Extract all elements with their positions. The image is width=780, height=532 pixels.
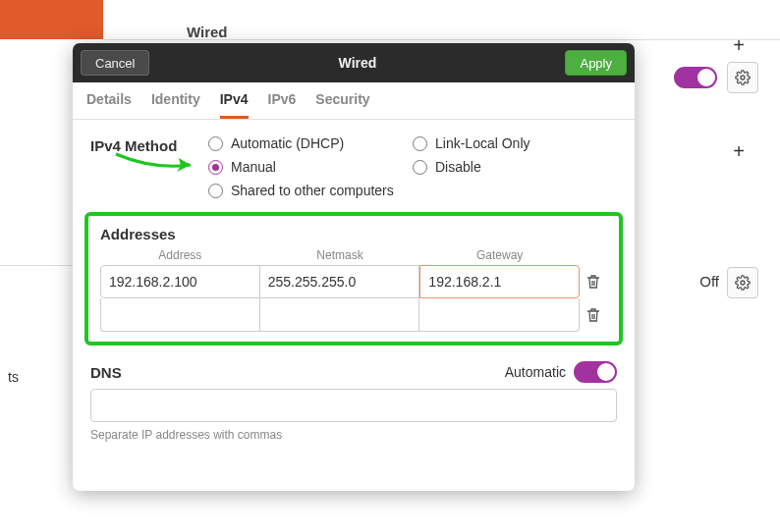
tab-security[interactable]: Security <box>315 82 369 119</box>
ipv4-method-label: IPv4 Method <box>90 135 198 198</box>
radio-automatic-dhcp[interactable]: Automatic (DHCP) <box>208 135 413 151</box>
bg-divider <box>103 39 780 40</box>
radio-link-local[interactable]: Link-Local Only <box>413 135 617 151</box>
bg-add-button-1[interactable]: + <box>733 34 745 57</box>
connection-settings-dialog: Cancel Wired Apply Details Identity IPv4… <box>73 43 635 491</box>
tab-identity[interactable]: Identity <box>151 82 200 119</box>
bg-cutoff-text: ts <box>8 369 19 385</box>
radio-icon <box>413 136 427 151</box>
apply-button[interactable]: Apply <box>565 50 627 76</box>
dns-input[interactable] <box>90 389 617 422</box>
dns-automatic-toggle[interactable] <box>574 361 617 383</box>
radio-manual[interactable]: Manual <box>208 159 413 175</box>
radio-icon <box>208 160 223 175</box>
radio-label: Shared to other computers <box>231 183 394 198</box>
svg-point-1 <box>741 281 745 285</box>
dialog-title: Wired <box>157 55 557 71</box>
bg-settings-button[interactable] <box>727 62 758 93</box>
bg-wired-toggle[interactable] <box>674 67 717 88</box>
gear-icon <box>735 275 751 291</box>
bg-settings-button-2[interactable] <box>727 267 758 298</box>
cancel-button[interactable]: Cancel <box>81 50 149 76</box>
tabs: Details Identity IPv4 IPv6 Security <box>73 82 635 120</box>
gateway-input[interactable] <box>419 265 580 298</box>
col-address: Address <box>100 248 260 265</box>
address-input[interactable] <box>100 298 260 332</box>
trash-icon <box>586 274 600 290</box>
addresses-section: Addresses Address Netmask Gateway <box>84 212 623 346</box>
launcher-strip <box>0 0 103 39</box>
radio-shared[interactable]: Shared to other computers <box>208 183 617 198</box>
radio-label: Link-Local Only <box>435 135 530 151</box>
trash-icon <box>586 307 600 323</box>
dns-automatic-label: Automatic <box>505 364 566 380</box>
address-input[interactable] <box>100 265 260 298</box>
addresses-heading: Addresses <box>100 226 607 242</box>
tab-ipv6[interactable]: IPv6 <box>268 82 297 119</box>
radio-icon <box>208 184 223 198</box>
address-row <box>100 298 607 332</box>
radio-icon <box>208 136 223 151</box>
ipv4-method-section: IPv4 Method Automatic (DHCP) Link-Local … <box>90 135 617 198</box>
svg-point-0 <box>741 76 745 80</box>
address-row <box>100 265 607 298</box>
col-netmask: Netmask <box>260 248 420 265</box>
gateway-input[interactable] <box>419 298 580 332</box>
bg-off-label: Off <box>699 273 719 290</box>
bg-add-button-2[interactable]: + <box>733 140 745 163</box>
radio-icon <box>413 160 427 175</box>
addresses-header-row: Address Netmask Gateway <box>100 248 607 265</box>
delete-row-button[interactable] <box>580 307 607 323</box>
col-gateway: Gateway <box>419 248 580 265</box>
delete-row-button[interactable] <box>580 274 607 290</box>
dns-section: DNS Automatic Separate IP addresses with… <box>90 361 617 442</box>
tab-ipv4[interactable]: IPv4 <box>220 82 249 119</box>
netmask-input[interactable] <box>260 298 420 332</box>
radio-label: Disable <box>435 159 481 175</box>
radio-disable[interactable]: Disable <box>413 159 617 175</box>
radio-label: Automatic (DHCP) <box>231 135 344 151</box>
radio-label: Manual <box>231 159 276 175</box>
dns-help-text: Separate IP addresses with commas <box>90 428 617 442</box>
titlebar: Cancel Wired Apply <box>73 43 635 82</box>
bg-wired-label: Wired <box>187 24 228 40</box>
gear-icon <box>735 70 751 85</box>
netmask-input[interactable] <box>260 265 420 298</box>
tab-details[interactable]: Details <box>86 82 132 119</box>
dns-heading: DNS <box>90 364 122 381</box>
